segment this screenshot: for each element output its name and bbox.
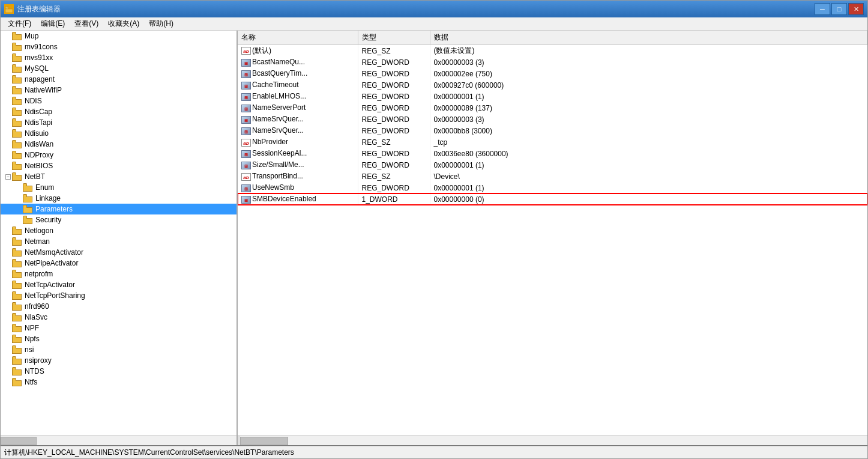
tree-scroll[interactable]: Mup mv91cons mvs91xx MySQL napagent Nati… [1,31,237,436]
table-row-namesrvquer[interactable]: ⊞NameSrvQuer...REG_DWORD0x00000003 (3) [238,114,867,125]
tree-item-ndiscap[interactable]: NdisCap [1,106,237,117]
reg-name-bcastnamequery: BcastNameQu... [252,58,305,66]
tree-item-mup[interactable]: Mup [1,31,237,41]
title-bar: 注册表编辑器 ─ □ ✕ [1,1,867,17]
table-row-smbdeviceenabled[interactable]: ⊞SMBDeviceEnabled1_DWORD0x00000000 (0) [238,193,867,205]
tree-item-nfrd960[interactable]: nfrd960 [1,301,237,312]
cell-type-nbprovider: REG_SZ [358,136,430,148]
tree-item-napagent[interactable]: napagent [1,74,237,85]
tree-item-mv91cons[interactable]: mv91cons [1,41,237,52]
folder-icon-netpipeactivator [12,259,23,267]
col-name: 名称 [238,31,358,45]
tree-hscroll[interactable] [1,436,238,445]
folder-icon-nettcpportsharing [12,291,23,300]
tree-item-netbt[interactable]: − NetBT [1,171,237,182]
tree-item-netprofm[interactable]: netprofm [1,269,237,279]
tree-label-ndiswan: NdisWan [25,140,53,148]
folder-icon-ndis [12,97,23,105]
tree-label-nlasvc: NlaSvc [25,313,47,321]
table-row-usenewsmb[interactable]: ⊞UseNewSmbREG_DWORD0x00000001 (1) [238,182,867,193]
close-button[interactable]: ✕ [848,3,864,15]
tree-item-nlasvc[interactable]: NlaSvc [1,312,237,323]
folder-icon-mvs91xx [12,53,23,62]
minimize-button[interactable]: ─ [815,3,830,15]
window-title: 注册表编辑器 [17,4,815,14]
folder-icon-netbt [12,172,23,181]
tree-item-ndproxy[interactable]: NDProxy [1,150,237,160]
table-row-default[interactable]: ab(默认)REG_SZ(数值未设置) [238,45,867,57]
table-row-enablelmhos[interactable]: ⊞EnableLMHOS...REG_DWORD0x00000001 (1) [238,91,867,102]
tree-item-netpipeactivator[interactable]: NetPipeActivator [1,258,237,269]
tree-item-ndis[interactable]: NDIS [1,96,237,106]
reg-dword-icon: ⊞ [241,70,251,78]
content-table[interactable]: 名称 类型 数据 ab(默认)REG_SZ(数值未设置)⊞BcastNameQu… [238,31,867,436]
cell-type-transportbind: REG_SZ [358,171,430,182]
status-bar: 计算机\HKEY_LOCAL_MACHINE\SYSTEM\CurrentCon… [1,445,867,458]
tree-label-mv91cons: mv91cons [25,43,58,51]
bottom-scroll-area [1,436,867,445]
folder-icon-ntds [12,367,23,375]
cell-data-smbdeviceenabled: 0x00000000 (0) [430,193,867,205]
table-row-bcastquerytim[interactable]: ⊞BcastQueryTim...REG_DWORD0x000002ee (75… [238,68,867,79]
tree-item-netbt-enum[interactable]: Enum [1,182,237,193]
cell-data-bcastnamequery: 0x00000003 (3) [430,56,867,68]
reg-dword-icon: ⊞ [241,162,251,169]
table-row-nameserverport[interactable]: ⊞NameServerPortREG_DWORD0x00000089 (137) [238,102,867,114]
reg-dword-icon: ⊞ [241,196,251,204]
tree-item-ndisuio[interactable]: Ndisuio [1,128,237,139]
cell-name-bcastnamequery: ⊞BcastNameQu... [238,56,358,68]
tree-item-mysql[interactable]: MySQL [1,63,237,74]
table-row-nbprovider[interactable]: abNbProviderREG_SZ_tcp [238,136,867,148]
folder-icon-ntfs [12,378,23,386]
table-row-transportbind[interactable]: abTransportBind...REG_SZ\Device\ [238,171,867,182]
table-row-sizesmallme[interactable]: ⊞Size/Small/Me...REG_DWORD0x00000001 (1) [238,159,867,171]
folder-icon-nsiproxy [12,356,23,365]
menu-view[interactable]: 查看(V) [70,17,103,30]
tree-item-netbt-parameters[interactable]: Parameters [1,204,237,214]
reg-sz-icon: ab [241,173,251,181]
tree-item-netlogon[interactable]: Netlogon [1,225,237,236]
tree-item-nsi[interactable]: nsi [1,344,237,355]
tree-item-netbt-security[interactable]: Security [1,214,237,225]
tree-item-nettcpportsharing[interactable]: NetTcpPortSharing [1,290,237,301]
folder-icon-netbt-security [23,216,34,224]
folder-icon-netman [12,237,23,246]
table-row-sessionkeepal[interactable]: ⊞SessionKeepAl...REG_DWORD0x0036ee80 (36… [238,148,867,159]
tree-item-ntfs[interactable]: Ntfs [1,377,237,388]
tree-label-netbios: NetBIOS [25,162,53,170]
menu-favorites[interactable]: 收藏夹(A) [103,17,144,30]
tree-item-mvs91xx[interactable]: mvs91xx [1,52,237,63]
tree-item-ndiswan[interactable]: NdisWan [1,139,237,150]
table-row-cachetimeout[interactable]: ⊞CacheTimeoutREG_DWORD0x000927c0 (600000… [238,79,867,91]
expand-netbt[interactable]: − [5,174,11,180]
cell-name-transportbind: abTransportBind... [238,171,358,182]
menu-edit[interactable]: 编辑(E) [36,17,70,30]
tree-label-ndistapi: NdisTapi [25,118,52,127]
cell-name-sessionkeepal: ⊞SessionKeepAl... [238,148,358,159]
reg-name-namesrvquer: NameSrvQuer... [252,115,304,123]
menu-help[interactable]: 帮助(H) [144,17,178,30]
tree-item-ntds[interactable]: NTDS [1,366,237,377]
cell-data-sessionkeepal: 0x0036ee80 (3600000) [430,148,867,159]
tree-item-ndistapi[interactable]: NdisTapi [1,117,237,128]
tree-item-nsiproxy[interactable]: nsiproxy [1,355,237,366]
menu-file[interactable]: 文件(F) [3,17,36,30]
tree-item-nativewifip[interactable]: NativeWifiP [1,85,237,96]
reg-dword-icon: ⊞ [241,184,251,192]
tree-item-netman[interactable]: Netman [1,236,237,247]
table-row-namesrvquer2[interactable]: ⊞NameSrvQuer...REG_DWORD0x0000bb8 (3000) [238,125,867,136]
tree-label-nettcpportsharing: NetTcpPortSharing [25,291,85,300]
tree-item-netmsmqactivator[interactable]: NetMsmqActivator [1,247,237,258]
tree-item-netbt-linkage[interactable]: Linkage [1,193,237,204]
tree-item-nettcpactivator[interactable]: NetTcpActivator [1,279,237,290]
tree-label-nsiproxy: nsiproxy [25,356,52,365]
maximize-button[interactable]: □ [831,3,847,15]
tree-item-npfs[interactable]: Npfs [1,333,237,344]
cell-type-bcastquerytim: REG_DWORD [358,68,430,79]
tree-item-npf[interactable]: NPF [1,323,237,333]
col-data: 数据 [430,31,867,45]
content-hscroll[interactable] [240,436,867,445]
tree-item-netbios[interactable]: NetBIOS [1,160,237,171]
reg-name-cachetimeout: CacheTimeout [252,81,299,89]
table-row-bcastnamequery[interactable]: ⊞BcastNameQu...REG_DWORD0x00000003 (3) [238,56,867,68]
